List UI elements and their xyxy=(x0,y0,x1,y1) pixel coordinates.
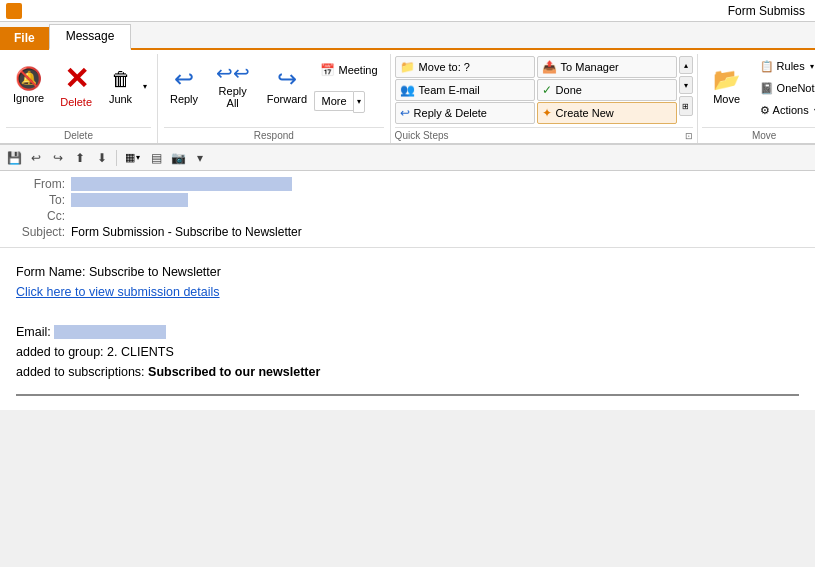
quicksteps-content: 📁 Move to: ? 👥 Team E-mail ↩ Reply & Del… xyxy=(395,54,693,125)
redo-toolbar-btn[interactable]: ↪ xyxy=(48,148,68,168)
to-field: To: xyxy=(10,193,805,207)
qs-reply-delete[interactable]: ↩ Reply & Delete xyxy=(395,102,535,124)
qs-to-manager[interactable]: 📤 To Manager xyxy=(537,56,677,78)
qs-move-to-label: Move to: ? xyxy=(419,61,470,73)
layout-toolbar-btn[interactable]: ▤ xyxy=(146,148,166,168)
forward-button[interactable]: ↪ Forward xyxy=(261,54,312,118)
photo-toolbar-btn[interactable]: 📷 xyxy=(168,148,188,168)
quicksteps-scroll: ▴ ▾ ⊞ xyxy=(679,54,693,118)
qs-create-new[interactable]: ✦ Create New xyxy=(537,102,677,124)
move-to-icon: 📁 xyxy=(400,60,415,74)
reply-icon: ↩ xyxy=(174,67,194,91)
junk-main[interactable]: 🗑 Junk xyxy=(101,54,139,118)
create-new-icon: ✦ xyxy=(542,106,552,120)
move-main[interactable]: 📂 Move xyxy=(702,54,752,118)
move-button[interactable]: 📂 Move xyxy=(702,54,752,118)
ribbon-group-quicksteps: 📁 Move to: ? 👥 Team E-mail ↩ Reply & Del… xyxy=(391,54,698,143)
qs-scroll-up[interactable]: ▴ xyxy=(679,56,693,74)
rules-button[interactable]: 📋 Rules ▾ xyxy=(754,56,815,76)
meeting-button[interactable]: 📅 Meeting xyxy=(314,60,383,80)
forward-label: Forward xyxy=(267,93,307,105)
reply-delete-icon: ↩ xyxy=(400,106,410,120)
qs-scroll-down[interactable]: ▾ xyxy=(679,76,693,94)
rules-label: Rules xyxy=(777,60,805,72)
subscription-value-text: Subscribed to our newsletter xyxy=(148,365,320,379)
ribbon: 🔕 Ignore ✕ Delete 🗑 Junk ▾ Delete ↩ Repl… xyxy=(0,50,815,145)
cc-field: Cc: xyxy=(10,209,805,223)
qs-to-manager-label: To Manager xyxy=(561,61,619,73)
meeting-label: Meeting xyxy=(338,64,377,76)
quick-access-toolbar: 💾 ↩ ↪ ⬆ ⬇ ▦ ▾ ▤ 📷 ▾ xyxy=(0,145,815,171)
respond-group-content: ↩ Reply ↩↩ Reply All ↪ Forward 📅 Meeting… xyxy=(164,54,384,125)
form-name-text: Form Name: Subscribe to Newsletter xyxy=(16,265,221,279)
view-dropdown[interactable]: ▦ ▾ xyxy=(121,149,144,166)
onenote-label: OneNote xyxy=(777,82,815,94)
reply-all-button[interactable]: ↩↩ Reply All xyxy=(206,54,259,118)
quicksteps-expand-icon[interactable]: ⊡ xyxy=(685,131,693,141)
move-folder-icon: 📂 xyxy=(713,67,740,93)
down-toolbar-btn[interactable]: ⬇ xyxy=(92,148,112,168)
quicksteps-list2: 📤 To Manager ✓ Done ✦ Create New xyxy=(537,54,677,124)
junk-button[interactable]: 🗑 Junk ▾ xyxy=(101,54,151,118)
ignore-button[interactable]: 🔕 Ignore xyxy=(6,54,51,118)
reply-button[interactable]: ↩ Reply xyxy=(164,54,204,118)
qs-expand[interactable]: ⊞ xyxy=(679,96,693,116)
more-main[interactable]: More xyxy=(314,91,352,111)
submission-link[interactable]: Click here to view submission details xyxy=(16,285,220,299)
team-email-icon: 👥 xyxy=(400,83,415,97)
qs-team-email[interactable]: 👥 Team E-mail xyxy=(395,79,535,101)
subject-label: Subject: xyxy=(10,225,65,239)
to-value xyxy=(71,193,188,207)
qs-move-to[interactable]: 📁 Move to: ? xyxy=(395,56,535,78)
junk-label: Junk xyxy=(109,93,132,105)
email-body-value xyxy=(54,325,166,339)
qs-done-label: Done xyxy=(556,84,582,96)
form-name-line: Form Name: Subscribe to Newsletter xyxy=(16,262,799,282)
submission-link-line: Click here to view submission details xyxy=(16,282,799,302)
undo-toolbar-btn[interactable]: ↩ xyxy=(26,148,46,168)
email-body-label: Email: xyxy=(16,325,51,339)
tab-file[interactable]: File xyxy=(0,27,49,50)
save-toolbar-btn[interactable]: 💾 xyxy=(4,148,24,168)
more-arrow[interactable]: ▾ xyxy=(353,91,365,113)
qs-create-new-label: Create New xyxy=(556,107,614,119)
actions-icon: ⚙ xyxy=(760,104,770,117)
from-value xyxy=(71,177,292,191)
ignore-icon: 🔕 xyxy=(15,68,42,90)
forward-icon: ↪ xyxy=(277,67,297,91)
reply-all-label: Reply All xyxy=(213,85,252,109)
email-body: Form Name: Subscribe to Newsletter Click… xyxy=(0,248,815,410)
more-button[interactable]: More ▾ xyxy=(314,91,383,113)
move-small-buttons: 📋 Rules ▾ 📓 OneNote ⚙ Actions ▾ xyxy=(754,54,815,120)
qs-reply-delete-label: Reply & Delete xyxy=(414,107,487,119)
delete-button[interactable]: ✕ Delete xyxy=(53,54,99,118)
tab-message-label: Message xyxy=(66,29,115,43)
from-field: From: xyxy=(10,177,805,191)
junk-arrow[interactable]: ▾ xyxy=(139,54,151,118)
view-dropdown-arrow[interactable]: ▾ xyxy=(136,153,140,162)
tab-message[interactable]: Message xyxy=(49,24,132,50)
up-toolbar-btn[interactable]: ⬆ xyxy=(70,148,90,168)
onenote-button[interactable]: 📓 OneNote xyxy=(754,78,815,98)
actions-button[interactable]: ⚙ Actions ▾ xyxy=(754,100,815,120)
view-grid-icon: ▦ xyxy=(125,151,135,164)
window-title: Form Submiss xyxy=(728,4,805,18)
done-icon: ✓ xyxy=(542,83,552,97)
misc-toolbar-btn[interactable]: ▾ xyxy=(190,148,210,168)
respond-group-label: Respond xyxy=(164,127,384,143)
onenote-icon: 📓 xyxy=(760,82,774,95)
reply-label: Reply xyxy=(170,93,198,105)
rules-arrow[interactable]: ▾ xyxy=(810,62,814,71)
email-line: Email: xyxy=(16,322,799,342)
reply-all-icon: ↩↩ xyxy=(216,63,250,83)
ribbon-group-move: 📂 Move 📋 Rules ▾ 📓 OneNote ⚙ Actions ▾ xyxy=(698,54,815,143)
qs-team-email-label: Team E-mail xyxy=(419,84,480,96)
ribbon-group-respond: ↩ Reply ↩↩ Reply All ↪ Forward 📅 Meeting… xyxy=(158,54,391,143)
qs-done[interactable]: ✓ Done xyxy=(537,79,677,101)
toolbar-separator-1 xyxy=(116,150,117,166)
delete-label: Delete xyxy=(60,96,92,108)
group-text: added to group: 2. CLIENTS xyxy=(16,345,174,359)
to-manager-icon: 📤 xyxy=(542,60,557,74)
delete-icon: ✕ xyxy=(64,64,89,94)
meeting-icon: 📅 xyxy=(320,63,335,77)
